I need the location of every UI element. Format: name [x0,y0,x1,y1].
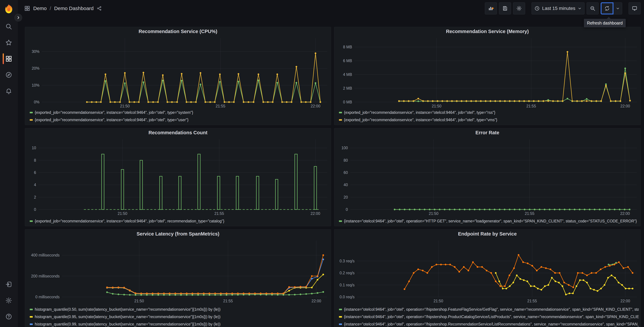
legend-item[interactable]: {exported_job="recommendationservice", i… [30,109,329,116]
memory-chart[interactable]: 21:5021:5522:000 MB2 MB4 MB6 MB8 MB [334,36,640,108]
legend-swatch [339,309,342,310]
svg-text:10: 10 [32,146,36,150]
svg-text:21:55: 21:55 [216,104,225,108]
sidebar-expand-button[interactable] [14,14,22,22]
share-icon[interactable] [97,6,102,11]
legend-swatch [30,112,33,113]
legend-swatch [30,309,33,310]
breadcrumb: Demo / Demo Dashboard [24,5,102,12]
sidebar-item-dashboards[interactable] [0,55,18,62]
svg-text:0: 0 [346,207,348,212]
add-panel-icon [488,5,494,12]
zoom-out-icon [590,6,596,11]
error-rate-chart[interactable]: 21:5021:5522:00020406080100 [334,137,640,217]
panel-title[interactable]: Recommendations Count [25,128,331,137]
legend-label: {exported_job="recommendationservice", i… [35,219,224,224]
sidebar-item-help[interactable] [0,313,18,320]
legend-item[interactable]: {exported_job="recommendationservice", i… [339,109,639,116]
legend-item[interactable]: {instance="otelcol:9464", job="otel", op… [339,320,639,327]
panel-title[interactable]: Error Rate [334,128,640,137]
legend-item[interactable]: {exported_job="recommendationservice", i… [339,116,639,124]
sidebar-item-sign-in[interactable] [0,281,18,288]
sidebar-item-starred[interactable] [0,39,18,46]
sidebar-item-alerting[interactable] [0,87,18,95]
legend-item[interactable]: {exported_job="recommendationservice", i… [30,116,329,124]
save-dashboard-button[interactable] [499,2,511,14]
panel-cpu: Recommendation Service (CPU%) 21:5021:55… [25,27,331,125]
panel-memory: Recommendation Service (Memory) 21:5021:… [334,27,641,125]
svg-text:21:50: 21:50 [429,211,438,216]
sidebar-item-explore[interactable] [0,71,18,78]
svg-text:6: 6 [34,170,36,175]
dashboard-toolbar: Last 15 minutes [485,2,641,14]
compass-icon [5,71,12,78]
panel-title[interactable]: Recommendation Service (CPU%) [25,27,331,36]
cpu-chart[interactable]: 21:5021:5522:000%10%20%30% [25,36,331,108]
recommendations-count-chart[interactable]: 21:5021:5522:000246810 [25,137,331,217]
dashboards-grid-icon [5,55,12,62]
panel-title[interactable]: Service Latency (from SpanMetrics) [25,230,331,238]
legend: {exported_job="recommendationservice", i… [25,108,331,125]
add-panel-button[interactable] [485,2,497,14]
svg-text:20%: 20% [32,66,40,70]
svg-text:21:50: 21:50 [134,299,144,303]
legend-item[interactable]: histogram_quantile(0.95, sum(rate(latenc… [30,313,329,320]
gear-icon [516,6,522,11]
svg-text:21:55: 21:55 [525,211,534,216]
panel-title[interactable]: Endpoint Rate by Service [334,230,640,238]
svg-text:20: 20 [344,195,348,200]
svg-text:2: 2 [34,195,36,200]
legend-item[interactable]: {instance="otelcol:9464", job="otel", op… [339,218,639,225]
sidebar-item-configuration[interactable] [0,297,18,304]
help-icon [5,313,12,320]
grafana-logo[interactable] [3,4,14,14]
refresh-icon [604,6,610,11]
breadcrumb-folder[interactable]: Demo [33,6,47,11]
breadcrumb-dashboard[interactable]: Demo Dashboard [54,6,94,11]
chevron-down-icon [616,6,620,10]
legend-swatch [30,324,33,325]
refresh-dashboard-button[interactable] [601,2,614,14]
panel-endpoint-rate: Endpoint Rate by Service 21:5021:5522:00… [334,229,641,327]
svg-text:21:55: 21:55 [527,299,537,303]
legend-swatch [339,119,342,121]
svg-text:21:55: 21:55 [223,299,233,303]
cycle-view-mode-button[interactable] [628,2,641,14]
panel-title[interactable]: Recommendation Service (Memory) [334,27,640,36]
zoom-out-time-button[interactable] [586,2,599,14]
endpoint-rate-chart[interactable]: 21:5021:5522:000.0 req/s0.1 req/s0.2 req… [334,238,640,305]
save-icon [502,6,508,11]
legend-swatch [30,316,33,318]
dashboard-header: Demo / Demo Dashboard Last 15 minutes [18,0,644,17]
svg-text:8 MB: 8 MB [343,45,352,49]
svg-text:21:50: 21:50 [432,104,442,108]
svg-text:200 milliseconds: 200 milliseconds [31,274,60,278]
legend-item[interactable]: histogram_quantile(0.99, sum(rate(latenc… [30,320,329,327]
panel-service-latency: Service Latency (from SpanMetrics) 21:50… [25,229,331,327]
sidebar-item-search[interactable] [0,23,18,30]
svg-text:0: 0 [34,207,36,212]
gear-icon [5,297,12,304]
legend-swatch [339,316,342,318]
refresh-interval-dropdown[interactable] [614,2,622,14]
time-range-picker[interactable]: Last 15 minutes [532,2,584,14]
legend: {exported_job="recommendationservice", i… [25,217,331,226]
legend-item[interactable]: {exported_job="recommendationservice", i… [30,218,329,225]
legend-item[interactable]: histogram_quantile(0.50, sum(rate(latenc… [30,306,329,313]
legend-item[interactable]: {instance="otelcol:9464", job="otel", op… [339,313,639,320]
svg-text:0.0 req/s: 0.0 req/s [340,295,355,299]
breadcrumb-separator: / [50,6,51,11]
chevron-down-icon [578,6,582,10]
legend-label: {exported_job="recommendationservice", i… [344,118,497,122]
legend-label: {instance="otelcol:9464", job="otel", op… [344,307,639,312]
svg-text:21:50: 21:50 [118,211,128,216]
dashboard-settings-button[interactable] [513,2,525,14]
legend-swatch [339,220,342,222]
star-icon [5,39,12,46]
legend-item[interactable]: {instance="otelcol:9464", job="otel", op… [339,306,639,313]
svg-text:400 milliseconds: 400 milliseconds [31,253,60,257]
svg-text:0 milliseconds: 0 milliseconds [36,295,60,299]
active-indicator [3,54,4,64]
service-latency-chart[interactable]: 21:5021:5522:000 milliseconds200 millise… [25,238,331,305]
sign-in-icon [5,281,12,288]
